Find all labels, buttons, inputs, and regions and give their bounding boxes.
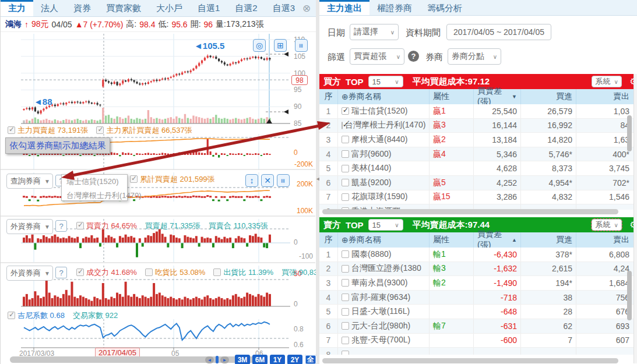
buy-hscrollbar[interactable] — [322, 209, 618, 214]
resize-icon[interactable]: ↕ — [245, 174, 258, 187]
system-select[interactable]: 系統∨ — [592, 76, 622, 87]
series-checkbox[interactable] — [145, 268, 153, 276]
add-broker-icon[interactable]: ⊕ — [342, 235, 349, 245]
series-label[interactable]: 出貨比 11.39% — [213, 267, 273, 278]
series-checkbox[interactable] — [76, 268, 84, 276]
series-checkbox[interactable] — [130, 175, 138, 183]
series-checkbox[interactable] — [8, 312, 15, 319]
range-button-3M[interactable]: 3M — [235, 355, 250, 364]
panel-vscroll-track[interactable] — [634, 74, 637, 363]
column-header-0[interactable]: 序 — [319, 232, 338, 248]
table-row[interactable]: 3摩根大通(8440)贏213,18414,8201,63 — [319, 133, 637, 147]
row-checkbox[interactable] — [342, 150, 349, 158]
tab-權證券商[interactable]: 權證券商 — [369, 0, 420, 15]
row-checkbox[interactable] — [342, 351, 349, 355]
series-label[interactable]: 主力買賣超 73,191張 — [8, 125, 88, 136]
series-label[interactable]: 累計買賣超 201,599張 — [130, 174, 215, 185]
table-cell: 輸7 — [430, 319, 474, 333]
row-checkbox[interactable] — [342, 294, 349, 301]
scroll-left-icon[interactable]: ◄ — [205, 356, 214, 363]
foreign-broker-select-1[interactable]: 外資券商▼ — [6, 219, 53, 234]
series-label[interactable]: 成交力 41.68% — [76, 267, 137, 278]
table-row[interactable]: 1國泰(8880)輸1-6,430378*6,808 — [319, 248, 637, 262]
series-checkbox[interactable] — [8, 126, 15, 134]
column-header-5[interactable]: 賣出 — [576, 89, 633, 104]
row-checkbox[interactable] — [342, 279, 349, 287]
period-input[interactable]: 2017/04/05 ~ 2017/04/05 — [446, 24, 551, 40]
column-header-2[interactable]: 屬性 — [430, 232, 474, 248]
range-button-1Y[interactable]: 1Y — [270, 355, 285, 364]
series-label[interactable]: 吉尼系數 0.68 — [8, 310, 65, 321]
table-row[interactable]: 4富邦-羅東(9634)-71838756 — [319, 291, 637, 305]
table-row[interactable]: 5日盛-大墩(116L)-64828676 — [319, 305, 637, 319]
tab-籌碼分析[interactable]: 籌碼分析 — [420, 0, 470, 15]
system-select[interactable]: 系統∨ — [592, 219, 622, 231]
add-broker-icon[interactable]: ⊕ — [342, 92, 349, 101]
table-row[interactable]: 7花旗環球(1590)贏153,2864,8321,546 — [319, 190, 637, 205]
column-header-5[interactable]: 賣出 — [576, 232, 633, 248]
scrollbar-thumb[interactable] — [216, 356, 219, 363]
table-row[interactable]: 7兆豐-天母(700L)-6007607 — [319, 334, 637, 348]
top-count-select[interactable]: 15∨ — [368, 76, 403, 87]
table-row[interactable]: 6凱基(9200)贏54,2524,954*702* — [319, 176, 637, 190]
table-row[interactable]: 8 — [319, 348, 637, 355]
tab-主力進出[interactable]: 主力進出 — [319, 0, 369, 15]
series-checkbox[interactable] — [76, 222, 84, 229]
row-checkbox[interactable] — [342, 250, 349, 258]
filter-select[interactable]: 買賣超張∨ — [350, 48, 404, 65]
date-select[interactable]: 請選擇∨ — [350, 24, 399, 40]
table-row[interactable]: 1瑞士信貸(1520)贏125,54026,5791,03 — [319, 104, 637, 119]
dropdown-item[interactable]: 瑞士信貸(1520) — [62, 175, 127, 189]
column-header-1[interactable]: ⊕ 券商名稱 — [338, 89, 430, 104]
column-header-1[interactable]: ⊕ 券商名稱 — [338, 232, 430, 248]
table-row[interactable]: 3華南永昌(9300)輸2-1,490194*1,684 — [319, 276, 637, 291]
crosshair-tool-icon[interactable]: ◎ — [253, 39, 266, 52]
range-button-全[interactable]: 全 — [305, 355, 316, 364]
row-checkbox[interactable] — [342, 322, 349, 330]
row-checkbox[interactable] — [342, 107, 349, 115]
column-header-0[interactable]: 序 — [319, 89, 338, 104]
row-checkbox[interactable] — [342, 165, 349, 172]
sell-hscrollbar[interactable] — [322, 358, 618, 363]
table-row[interactable]: 2台灣匯立證券(1380輸3-1,6322,6154,24 — [319, 262, 637, 277]
table-row[interactable]: 2台灣摩根士丹利(1470)贏316,14416,99284 — [319, 119, 637, 133]
panel-settings-icon[interactable]: ≡ — [277, 174, 290, 187]
series-label[interactable]: 吃貨比 53.08% — [145, 267, 206, 278]
table-row[interactable]: 5美林(1440)4,6288,3733,745 — [319, 161, 637, 176]
row-checkbox[interactable] — [342, 136, 349, 143]
table-row[interactable]: 4富邦(9600)贏45,3465,746*400* — [319, 147, 637, 162]
broker-branch-select[interactable]: 券商分點∨ — [448, 48, 501, 65]
series-checkbox[interactable] — [96, 126, 104, 134]
dropdown-item[interactable]: 台灣摩根士丹利(1470) — [62, 189, 127, 203]
column-header-4[interactable]: 買進 — [521, 89, 576, 104]
scroll-right-icon[interactable]: ► — [220, 356, 229, 363]
buy-vscrollbar[interactable] — [627, 115, 632, 151]
row-checkbox[interactable] — [342, 193, 349, 201]
table-row[interactable]: 6元大-台北(980h)輸7-63162693 — [319, 319, 637, 334]
range-button-6M[interactable]: 6M — [252, 355, 268, 364]
series-label[interactable]: 主力累計買賣超 66,537張 — [96, 125, 192, 136]
help-icon[interactable]: ? — [55, 220, 67, 232]
column-header-4[interactable]: 買進 — [521, 232, 576, 248]
column-header-3[interactable]: 買賣差(張)▲ — [474, 232, 521, 248]
zoom-in-icon[interactable]: ⊞ — [274, 39, 287, 52]
sell-vscrollbar[interactable] — [627, 271, 632, 320]
column-header-3[interactable]: 買賣差(張)▼ — [474, 89, 521, 104]
close-panel-icon[interactable]: ✕ — [261, 174, 274, 187]
foreign-broker-select-2[interactable]: 外資券商▼ — [6, 266, 53, 281]
row-checkbox[interactable] — [342, 179, 349, 186]
row-checkbox[interactable] — [342, 122, 343, 129]
help-icon[interactable]: ? — [55, 267, 67, 278]
table-cell: 4,628 — [474, 161, 521, 175]
help-icon[interactable]: ? — [408, 51, 419, 62]
range-button-2Y[interactable]: 2Y — [287, 355, 302, 364]
series-checkbox[interactable] — [213, 268, 221, 276]
top-count-select[interactable]: 15∨ — [368, 219, 403, 231]
chart-settings-icon[interactable]: ≡ — [295, 39, 308, 52]
column-header-2[interactable]: 屬性 — [430, 89, 474, 104]
series-label[interactable]: 買賣力 64.65% — [76, 221, 137, 231]
broker-query-select[interactable]: 查詢券商▼ — [6, 174, 53, 189]
row-checkbox[interactable] — [342, 308, 349, 316]
row-checkbox[interactable] — [342, 265, 349, 273]
row-checkbox[interactable] — [342, 337, 349, 344]
